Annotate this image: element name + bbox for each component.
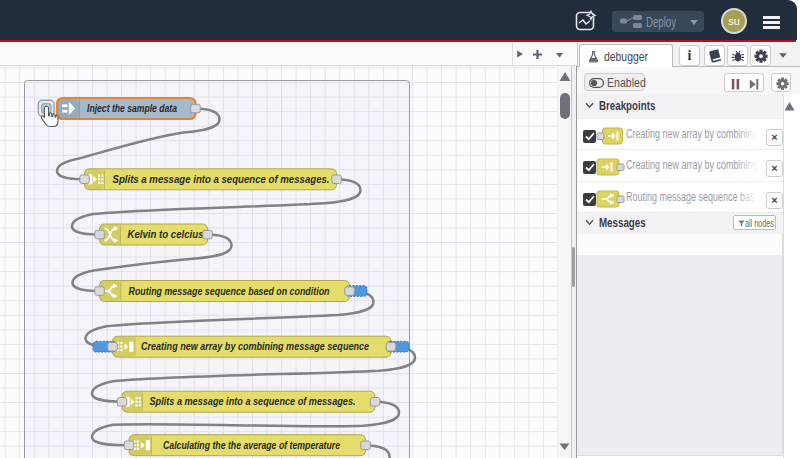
svg-text:Splits a message into a sequen: Splits a message into a sequence of mess… xyxy=(113,173,330,185)
svg-text:Inject the sample data: Inject the sample data xyxy=(87,102,177,114)
svg-text:Creating new array by combinin: Creating new array by combining message … xyxy=(141,340,369,352)
svg-text:Calculating the the average of: Calculating the the average of temperatu… xyxy=(163,439,340,451)
svg-text:Splits a message into a sequen: Splits a message into a sequence of mess… xyxy=(150,395,356,407)
svg-text:Kelvin to celcius: Kelvin to celcius xyxy=(128,228,204,240)
svg-text:Routing message sequence based: Routing message sequence based on condit… xyxy=(129,285,330,297)
